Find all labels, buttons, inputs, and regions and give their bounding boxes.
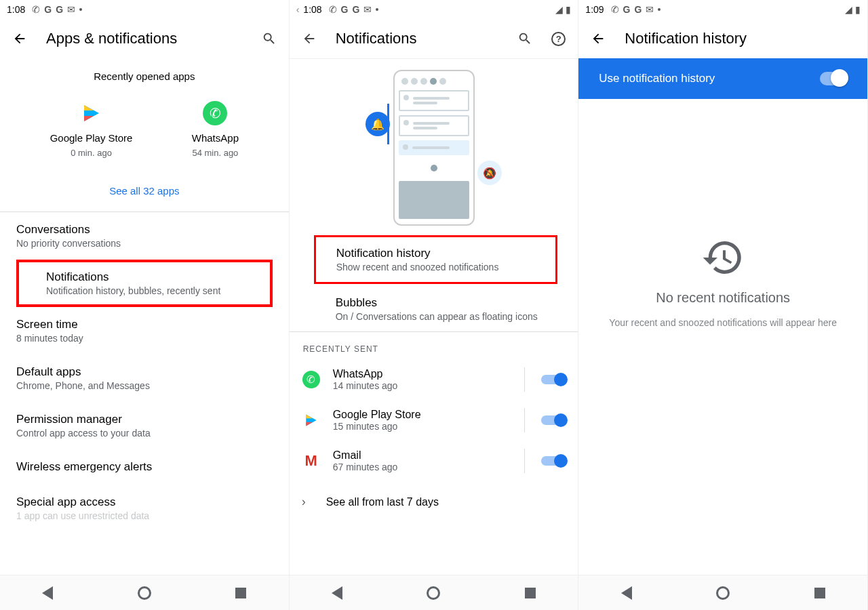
row-title: Permission manager [16,413,273,426]
status-time: 1:09 [585,4,604,15]
bell-icon: 🔔 [366,112,390,136]
see-all-apps-link[interactable]: See all 32 apps [0,167,289,211]
row-sub: 1 app can use unrestricted data [16,510,273,521]
wifi-icon: ◢ [555,4,563,15]
status-bar: ‹ 1:08 ✆ G G ✉ ◢ ▮ [290,0,578,19]
nav-recents-icon[interactable] [235,588,246,598]
row-title: Bubbles [336,296,565,310]
gmail-status-icon: ✉ [646,4,654,15]
screen-notification-history: 1:09 ✆ G G ✉ ◢ ▮ Notification history Us… [578,0,868,610]
notifications-illustration: 🔔 🔕 [290,59,578,235]
chevron-right-icon: › [302,495,306,509]
recently-opened-apps: Google Play Store 0 min. ago ✆ WhatsApp … [0,89,289,167]
row-title: Notification history [336,247,542,260]
page-title: Apps & notifications [46,30,177,47]
overflow-left-icon: ‹ [296,4,300,15]
nav-home-icon[interactable] [138,586,151,600]
row-sub: 8 minutes today [16,333,273,344]
gmail-status-icon: ✉ [67,4,75,15]
see-all-last-7-days[interactable]: › See all from last 7 days [290,481,578,523]
whatsapp-status-icon: ✆ [329,4,337,15]
row-sub: Chrome, Phone, and Messages [16,380,273,391]
row-default-apps[interactable]: Default apps Chrome, Phone, and Messages [0,354,289,402]
whatsapp-icon: ✆ [200,98,230,128]
app-item-whatsapp[interactable]: ✆ WhatsApp 54 min. ago [192,98,239,158]
row-bubbles[interactable]: Bubbles On / Conversations can appear as… [290,287,578,331]
app-name: WhatsApp [192,132,239,144]
use-history-toggle[interactable] [820,72,847,85]
whatsapp-status-icon: ✆ [611,4,619,15]
row-sub: On / Conversations can appear as floatin… [336,311,565,322]
page-title: Notification history [625,30,747,47]
whatsapp-status-icon: ✆ [32,4,40,15]
app-time: 0 min. ago [71,148,112,158]
nav-bar [0,575,289,610]
nav-back-icon[interactable] [621,586,632,600]
back-icon[interactable] [591,31,606,46]
status-time: 1:08 [7,4,25,15]
row-sub: Control app access to your data [16,428,273,439]
back-icon[interactable] [302,31,317,46]
nav-back-icon[interactable] [332,586,342,600]
more-status-icon [79,8,82,11]
wifi-icon: ◢ [845,4,852,15]
playstore-icon [77,98,106,128]
empty-subtitle: Your recent and snoozed notifications wi… [609,317,837,330]
status-icons-right: ◢ ▮ [845,4,861,15]
row-title: Special app access [16,495,273,509]
use-history-toggle-bar[interactable]: Use notification history [578,58,867,99]
empty-title: No recent notifications [656,290,790,306]
header: Apps & notifications [0,19,289,58]
help-icon[interactable]: ? [551,32,566,46]
sent-item-whatsapp[interactable]: ✆ WhatsApp 14 minutes ago [290,359,578,400]
sent-item-gmail[interactable]: M Gmail 67 minutes ago [290,441,578,481]
row-notifications[interactable]: Notifications Notification history, bubb… [16,260,273,307]
row-sub: Notification history, bubbles, recently … [46,285,270,296]
nav-recents-icon[interactable] [814,588,825,598]
nav-back-icon[interactable] [42,586,53,600]
google-status-icon: G [44,4,52,15]
nav-home-icon[interactable] [427,586,440,600]
screen-apps-notifications: 1:08 ✆ G G ✉ Apps & notifications Recent… [0,0,290,610]
notification-toggle[interactable] [541,456,566,466]
battery-icon: ▮ [566,4,571,15]
sent-time: 67 minutes ago [333,462,509,472]
gmail-icon: M [302,451,321,470]
row-notification-history[interactable]: Notification history Show recent and sno… [316,237,556,282]
nav-recents-icon[interactable] [525,588,536,598]
gmail-status-icon: ✉ [363,4,372,15]
recently-sent-label: RECENTLY SENT [290,332,578,359]
google-status-icon: G [341,4,349,15]
row-sub: Show recent and snoozed notifications [336,262,542,272]
back-icon[interactable] [12,31,27,46]
app-name: Google Play Store [50,132,133,144]
search-icon[interactable] [262,31,277,46]
sent-name: Gmail [333,449,509,462]
history-icon [701,236,745,279]
notification-toggle[interactable] [541,415,566,425]
sent-name: WhatsApp [333,368,509,380]
app-item-playstore[interactable]: Google Play Store 0 min. ago [50,98,133,158]
row-sub: No priority conversations [16,238,273,249]
status-icons-left: ✆ G G ✉ [329,4,379,15]
row-conversations[interactable]: Conversations No priority conversations [0,212,289,260]
google-status-icon-2: G [352,4,359,15]
row-wireless-emergency[interactable]: Wireless emergency alerts [0,449,289,485]
empty-state: No recent notifications Your recent and … [578,99,867,575]
sent-name: Google Play Store [333,409,509,421]
status-icons-left: ✆ G G ✉ [32,4,82,15]
sent-item-playstore[interactable]: Google Play Store 15 minutes ago [290,400,578,441]
row-title: Conversations [16,223,273,237]
row-permission-manager[interactable]: Permission manager Control app access to… [0,402,289,449]
status-icons-right: ◢ ▮ [555,4,571,15]
nav-home-icon[interactable] [716,586,730,600]
search-icon[interactable] [517,31,532,46]
row-screen-time[interactable]: Screen time 8 minutes today [0,307,289,354]
more-status-icon [658,8,660,11]
row-special-access[interactable]: Special app access 1 app can use unrestr… [0,485,289,532]
status-bar: 1:08 ✆ G G ✉ [0,0,289,19]
nav-bar [578,575,867,610]
battery-icon: ▮ [855,4,861,15]
whatsapp-icon: ✆ [302,370,321,389]
notification-toggle[interactable] [541,375,566,384]
